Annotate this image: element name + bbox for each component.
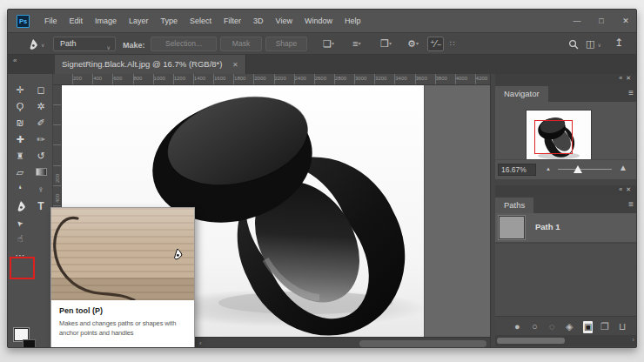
menu-image[interactable]: Image [89, 10, 123, 32]
tooltip-description: Makes and changes paths or shapes with a… [59, 319, 190, 339]
document-tab-title: SignetRing.Black.Alt.jpg @ 16.7% (RGB/8*… [62, 59, 222, 69]
make-shape-button[interactable]: Shape [265, 37, 307, 51]
paths-tab-row: Paths ≡ [495, 196, 637, 213]
navigator-zoom-value[interactable]: 16.67% [498, 164, 536, 176]
path-thumbnail [499, 216, 525, 239]
minimize-button[interactable]: — [565, 10, 589, 32]
paths-scrollbar-thumb[interactable] [497, 338, 565, 344]
menu-help[interactable]: Help [339, 10, 367, 32]
tab-navigator[interactable]: Navigator [495, 86, 548, 102]
crop-tool[interactable]: ₪ [10, 119, 30, 128]
gradient-swatch-icon [36, 168, 47, 176]
pen-tool[interactable] [10, 200, 30, 212]
menu-filter[interactable]: Filter [218, 10, 247, 32]
workspace-switcher-icon[interactable]: ◫ ∨ [586, 37, 601, 52]
search-icon[interactable] [568, 39, 579, 50]
desktop-background: Ps File Edit Image Layer Type Select Fil… [0, 0, 644, 362]
navigator-menu-icon[interactable]: ≡ [628, 88, 634, 97]
background-color-swatch[interactable] [23, 339, 36, 348]
document-scrollbar-thumb[interactable] [359, 340, 486, 347]
stroke-path-icon[interactable]: ○ [532, 320, 538, 332]
eraser-tool[interactable]: ▱ [10, 168, 30, 178]
hand-tool[interactable]: ☝ [10, 234, 30, 244]
history-brush-tool[interactable]: ↺ [31, 151, 50, 161]
pasteboard [424, 85, 490, 337]
menu-view[interactable]: View [270, 10, 299, 32]
align-edges-icon[interactable]: ∷ [450, 37, 455, 50]
menu-file[interactable]: File [38, 10, 64, 32]
menu-bar: Ps File Edit Image Layer Type Select Fil… [8, 10, 637, 32]
clone-stamp-tool[interactable]: ♜ [10, 152, 30, 161]
navigator-thumbnail[interactable] [527, 111, 591, 164]
navigator-zoom-slider[interactable] [558, 169, 612, 170]
pick-tool-mode-select[interactable]: Path ∨ [53, 37, 116, 51]
share-icon[interactable]: ↥ [614, 37, 623, 50]
menu-layer[interactable]: Layer [123, 10, 155, 32]
paths-menu-icon[interactable]: ≡ [628, 199, 634, 209]
tooltip-text: Pen tool (P) Makes and changes paths or … [51, 300, 194, 348]
make-mask-button[interactable]: Mask [220, 37, 262, 51]
magic-wand-tool[interactable]: ✲ [31, 102, 50, 111]
marquee-tool[interactable]: ◻ [31, 85, 50, 95]
menu-type[interactable]: Type [155, 10, 184, 32]
path-alignment-icon[interactable]: ≡▾ [352, 37, 360, 50]
navigator-view-box[interactable] [534, 120, 573, 154]
zoom-out-icon[interactable]: ▲ [546, 166, 551, 171]
add-mask-icon[interactable]: ▣ [583, 321, 593, 333]
healing-brush-tool[interactable]: ✚ [10, 135, 30, 144]
paths-body [495, 244, 637, 316]
gradient-tool[interactable] [31, 168, 50, 178]
paths-collapse-icon[interactable]: « [619, 186, 626, 192]
type-tool[interactable]: T [31, 201, 50, 211]
path-arrangement-icon[interactable]: ❒▾ [380, 37, 392, 50]
navigator-close-icon[interactable]: ✕ [626, 75, 634, 81]
auto-add-delete-toggle[interactable]: ⁺⁄₋ [427, 37, 444, 51]
tool-mode-caret-icon: ∨ [107, 42, 111, 55]
make-work-path-icon[interactable]: ◈ [566, 320, 573, 332]
tool-mode-value: Path [60, 39, 77, 48]
path-row[interactable]: Path 1 [495, 213, 637, 243]
tab-paths[interactable]: Paths [495, 198, 533, 213]
gear-icon[interactable]: ⚙▾ [407, 37, 419, 50]
paths-scrollbar[interactable]: › [495, 335, 637, 346]
toolbar-collapse-icon[interactable]: « [13, 57, 17, 64]
scroll-right-icon[interactable]: › [632, 336, 634, 344]
tools-grid: ✛ ◻ Ϙ ✲ ₪ ✐ ✚ ✏ ♜ ↺ ▱ ❛ ♀ T ➤ ☝ [10, 82, 51, 264]
lasso-tool[interactable]: Ϙ [10, 102, 30, 111]
blur-tool[interactable]: ❛ [10, 184, 30, 194]
menu-window[interactable]: Window [299, 10, 339, 32]
document-tab-close-icon[interactable]: ✕ [232, 61, 238, 69]
paths-close-icon[interactable]: ✕ [626, 186, 634, 192]
zoom-slider-thumb[interactable] [574, 165, 582, 173]
pen-tool-preset-icon[interactable] [27, 38, 38, 50]
menu-3d[interactable]: 3D [247, 10, 270, 32]
move-tool[interactable]: ✛ [10, 85, 30, 95]
zoom-in-icon[interactable]: ▲ [619, 163, 627, 172]
eyedropper-tool[interactable]: ✐ [31, 118, 50, 128]
document-tab-bar: « SignetRing.Black.Alt.jpg @ 16.7% (RGB/… [8, 55, 637, 74]
navigator-tab-row: Navigator ≡ [495, 84, 637, 102]
new-path-icon[interactable]: ❐ [600, 320, 609, 332]
right-panel-dock: «✕ Navigator ≡ [490, 74, 637, 348]
close-button[interactable]: ✕ [614, 10, 637, 32]
paths-panel-header: «✕ [495, 185, 637, 196]
tooltip-title: Pen tool (P) [59, 306, 188, 315]
make-selection-button[interactable]: Selection... [151, 37, 217, 51]
tool-preset-caret-icon[interactable]: ∨ [41, 42, 44, 48]
window-controls: — □ ✕ [565, 10, 637, 32]
menu-select[interactable]: Select [184, 10, 218, 32]
maximize-button[interactable]: □ [589, 10, 614, 32]
load-path-as-selection-icon[interactable]: ◌ [549, 320, 555, 332]
fill-path-icon[interactable]: ● [514, 320, 520, 332]
navigator-zoom-controls: 16.67% ▲ ▲ [495, 159, 637, 179]
navigator-collapse-icon[interactable]: « [619, 75, 626, 81]
delete-path-icon[interactable]: ⊔ [619, 320, 627, 332]
dodge-tool[interactable]: ♀ [31, 185, 50, 194]
brush-tool[interactable]: ✏ [31, 135, 50, 144]
document-tab[interactable]: SignetRing.Black.Alt.jpg @ 16.7% (RGB/8*… [55, 55, 246, 74]
scroll-left-icon[interactable]: ‹ [199, 339, 202, 347]
menu-edit[interactable]: Edit [64, 10, 90, 32]
path-operations-icon[interactable]: ❏▾ [323, 37, 334, 50]
menu-items: File Edit Image Layer Type Select Filter… [38, 10, 367, 32]
path-selection-tool[interactable]: ➤ [10, 218, 30, 227]
